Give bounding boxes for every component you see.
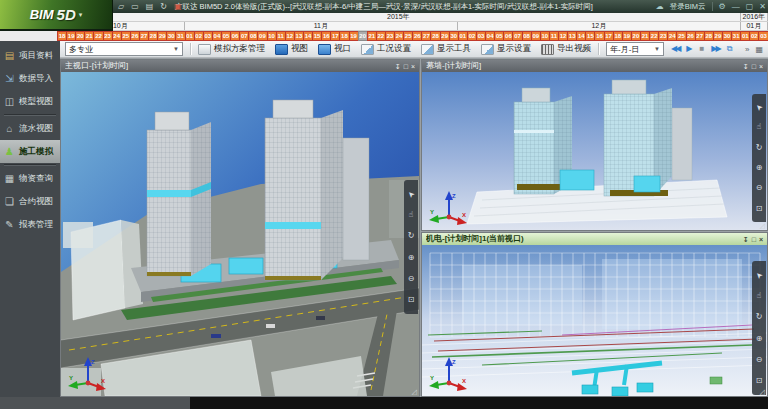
open-icon[interactable]: ▭ <box>131 3 139 11</box>
timeline-day-cell[interactable]: 16 <box>594 31 603 41</box>
timeline-day-cell[interactable]: 02 <box>467 31 476 41</box>
login-bim-cloud-button[interactable]: 登录BIM云 <box>670 3 706 11</box>
timeline-day-cell[interactable]: 02 <box>749 31 758 41</box>
settings-icon[interactable]: ⚙ <box>719 3 726 11</box>
timeline-day-cell[interactable]: 18 <box>57 31 66 41</box>
timeline-day-cell[interactable]: 20 <box>75 31 84 41</box>
timeline-day-cell[interactable]: 24 <box>112 31 121 41</box>
curtain-3d-scene[interactable] <box>422 72 767 230</box>
delete-icon[interactable]: ▣ <box>174 3 182 11</box>
profession-dropdown[interactable]: 多专业 ▼ <box>65 42 183 56</box>
timeline-day-cell[interactable]: 28 <box>704 31 713 41</box>
date-format-dropdown[interactable]: 年-月-日 ▼ <box>606 42 664 56</box>
导出视频-button[interactable]: 导出视频 <box>541 43 591 55</box>
zoom-in-tool[interactable]: ⊕ <box>756 335 763 343</box>
orbit-tool[interactable]: ↻ <box>756 313 763 321</box>
timeline-day-cell[interactable]: 31 <box>731 31 740 41</box>
timeline-day-cell[interactable]: 07 <box>512 31 521 41</box>
timeline-day-cell[interactable]: 15 <box>585 31 594 41</box>
zoom-window-tool[interactable]: ⊡ <box>408 296 415 304</box>
sidebar-item-物资查询[interactable]: ▦物资查询 <box>0 167 60 190</box>
sidebar-item-施工模拟[interactable]: ♟施工模拟 <box>0 140 60 163</box>
timeline-day-cell[interactable]: 21 <box>367 31 376 41</box>
mep-viewport-titlebar[interactable]: 机电-[计划时间]1(当前视口) ↧□× <box>422 233 767 245</box>
模拟方案管理-button[interactable]: 模拟方案管理 <box>198 43 265 55</box>
resize-handle[interactable]: ◿ <box>412 388 417 395</box>
select-tool[interactable]: ➤ <box>756 271 763 279</box>
timeline-day-cell[interactable]: 22 <box>93 31 102 41</box>
maximize-icon[interactable]: □ <box>752 236 756 243</box>
close-icon[interactable]: × <box>759 236 763 243</box>
maximize-icon[interactable]: □ <box>752 63 756 70</box>
timeline-day-cell[interactable]: 03 <box>203 31 212 41</box>
mep-viewport-canvas[interactable]: ➤☝↻⊕⊖⊡ Z Y X ◿ <box>422 245 767 396</box>
main-viewport-titlebar[interactable]: 主视口-[计划时间] ↧□× <box>61 60 419 72</box>
sidebar-item-数据导入[interactable]: ⇲数据导入 <box>0 67 60 90</box>
timeline-day-cell[interactable]: 28 <box>148 31 157 41</box>
pin-icon[interactable]: ↧ <box>743 63 749 70</box>
timeline-day-cell[interactable]: 01 <box>185 31 194 41</box>
timeline-day-cell[interactable]: 06 <box>230 31 239 41</box>
pan-tool[interactable]: ☝ <box>409 211 414 219</box>
sidebar-item-报表管理[interactable]: ✎报表管理 <box>0 213 60 236</box>
timeline-day-cell[interactable]: 13 <box>567 31 576 41</box>
timeline-day-cell[interactable]: 11 <box>549 31 558 41</box>
rewind-button[interactable]: ◀◀ <box>671 45 679 53</box>
main-3d-scene[interactable] <box>61 72 419 396</box>
timeline-day-cell[interactable]: 13 <box>294 31 303 41</box>
timeline-day-cell[interactable]: 27 <box>139 31 148 41</box>
timeline-day-cell[interactable]: 30 <box>449 31 458 41</box>
orbit-tool[interactable]: ↻ <box>756 144 763 152</box>
timeline-day-cell[interactable]: 17 <box>604 31 613 41</box>
timeline-day-cell[interactable]: 29 <box>440 31 449 41</box>
maximize-icon[interactable]: □ <box>404 63 408 70</box>
grid-icon[interactable]: ▦ <box>755 45 763 54</box>
curtain-viewport-titlebar[interactable]: 幕墙-[计划时间] ↧□× <box>422 60 767 72</box>
select-tool[interactable]: ➤ <box>408 190 415 198</box>
timeline-day-cell[interactable]: 07 <box>239 31 248 41</box>
animation-settings-button[interactable]: ⧉ <box>727 45 733 53</box>
curtain-viewport-canvas[interactable]: ➤☝↻⊕⊖⊡ Z Y X ◿ <box>422 72 767 230</box>
select-tool[interactable]: ➤ <box>756 103 763 111</box>
timeline-day-cell[interactable]: 03 <box>476 31 485 41</box>
minimize-icon[interactable]: — <box>732 3 740 11</box>
timeline-day-cell[interactable]: 19 <box>349 31 358 41</box>
timeline-day-cell[interactable]: 23 <box>658 31 667 41</box>
timeline-day-cell[interactable]: 21 <box>640 31 649 41</box>
timeline-day-cell[interactable]: 09 <box>257 31 266 41</box>
resize-handle[interactable]: ◿ <box>760 388 765 395</box>
显示工具-button[interactable]: 显示工具 <box>421 43 471 55</box>
timeline-day-cell[interactable]: 26 <box>130 31 139 41</box>
timeline-day-cell[interactable]: 06 <box>503 31 512 41</box>
orbit-tool[interactable]: ↻ <box>408 232 415 240</box>
timeline-day-cell[interactable]: 22 <box>649 31 658 41</box>
play-button[interactable]: ▶ <box>686 45 692 53</box>
timeline-day-cell[interactable]: 26 <box>412 31 421 41</box>
timeline-day-cell[interactable]: 27 <box>421 31 430 41</box>
timeline-day-cell[interactable]: 29 <box>157 31 166 41</box>
timeline-day-cell[interactable]: 08 <box>522 31 531 41</box>
timeline-day-cell[interactable]: 22 <box>376 31 385 41</box>
title-bar[interactable]: 广联达 BIM5D 2.0体验版(正式版)--[武汉联想-副本-6/中建三局—武… <box>0 0 768 13</box>
zoom-window-tool[interactable]: ⊡ <box>756 377 763 385</box>
expand-icon[interactable]: » <box>745 45 749 54</box>
timeline-day-cell[interactable]: 24 <box>394 31 403 41</box>
timeline-day-cell[interactable]: 04 <box>212 31 221 41</box>
zoom-out-tool[interactable]: ⊖ <box>756 356 763 364</box>
timeline-day-cell[interactable]: 19 <box>622 31 631 41</box>
timeline-day-cell[interactable]: 25 <box>403 31 412 41</box>
timeline-day-cell[interactable]: 28 <box>430 31 439 41</box>
refresh-icon[interactable]: ↻ <box>160 3 167 11</box>
timeline-day-cell[interactable]: 10 <box>267 31 276 41</box>
工况设置-button[interactable]: 工况设置 <box>361 43 411 55</box>
pin-icon[interactable]: ↧ <box>743 236 749 243</box>
bim5d-logo[interactable]: BIM 5D ▾ <box>0 0 113 31</box>
timeline-day-cell[interactable]: 21 <box>84 31 93 41</box>
pan-tool[interactable]: ☝ <box>757 123 762 131</box>
timeline-day-cell[interactable]: 24 <box>667 31 676 41</box>
timeline-day-cell[interactable]: 15 <box>312 31 321 41</box>
timeline-day-cell[interactable]: 10 <box>540 31 549 41</box>
timeline-day-cell[interactable]: 18 <box>613 31 622 41</box>
timeline-day-cell[interactable]: 01 <box>458 31 467 41</box>
timeline-day-cell[interactable]: 23 <box>385 31 394 41</box>
